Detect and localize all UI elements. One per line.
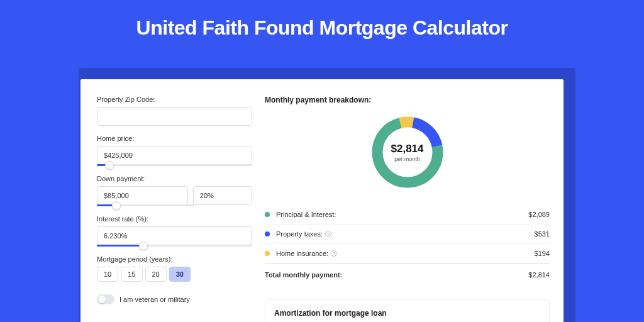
down-label: Down payment: bbox=[97, 175, 252, 182]
legend-dot-icon bbox=[265, 212, 270, 217]
legend-label: Home insurance:? bbox=[276, 250, 535, 257]
period-field: Mortgage period (years): 10152030 bbox=[97, 255, 252, 282]
legend-value: $194 bbox=[535, 250, 550, 257]
donut-chart: $2,814 per month bbox=[265, 113, 550, 191]
period-button-30[interactable]: 30 bbox=[169, 267, 191, 282]
legend-dot-icon bbox=[265, 231, 270, 236]
page-title: United Faith Found Mortgage Calculator bbox=[0, 0, 644, 40]
legend-row: Home insurance:?$194 bbox=[265, 244, 550, 264]
legend-label: Principal & Interest: bbox=[276, 211, 528, 218]
period-label: Mortgage period (years): bbox=[97, 255, 252, 263]
period-button-20[interactable]: 20 bbox=[145, 267, 167, 282]
price-field: Home price: bbox=[97, 135, 252, 166]
amortization-heading: Amortization for mortgage loan bbox=[274, 309, 540, 318]
zip-label: Property Zip Code: bbox=[97, 96, 252, 103]
legend-row: Principal & Interest:$2,089 bbox=[265, 205, 550, 225]
price-label: Home price: bbox=[97, 135, 252, 142]
zip-input[interactable] bbox=[97, 107, 252, 126]
period-button-10[interactable]: 10 bbox=[97, 267, 118, 282]
help-icon[interactable]: ? bbox=[331, 250, 337, 257]
legend-label: Property taxes:? bbox=[276, 230, 535, 238]
legend-value: $531 bbox=[535, 230, 550, 238]
slider-thumb[interactable] bbox=[105, 161, 114, 170]
down-percent-input[interactable] bbox=[193, 186, 252, 205]
slider-thumb[interactable] bbox=[112, 201, 121, 210]
donut-subtext: per month bbox=[394, 156, 420, 162]
calculator-card: Property Zip Code: Home price: Down paym… bbox=[80, 79, 564, 322]
total-row: Total monthly payment: $2,814 bbox=[265, 264, 550, 284]
rate-input[interactable] bbox=[97, 226, 252, 245]
legend-value: $2,089 bbox=[528, 211, 550, 218]
amortization-block: Amortization for mortgage loan Amortizat… bbox=[265, 299, 550, 322]
inputs-column: Property Zip Code: Home price: Down paym… bbox=[80, 79, 260, 322]
legend-dot-icon bbox=[265, 251, 270, 256]
rate-field: Interest rate (%): bbox=[97, 215, 252, 247]
legend-row: Property taxes:?$531 bbox=[265, 225, 550, 244]
total-label: Total monthly payment: bbox=[265, 271, 528, 279]
rate-slider[interactable] bbox=[97, 245, 252, 247]
rate-label: Interest rate (%): bbox=[97, 215, 252, 223]
period-button-15[interactable]: 15 bbox=[121, 267, 142, 282]
breakdown-column: Monthly payment breakdown: $2,814 per mo… bbox=[260, 79, 564, 322]
down-amount-input[interactable] bbox=[97, 186, 188, 205]
veteran-toggle-row: I am veteran or military bbox=[97, 294, 252, 304]
help-icon[interactable]: ? bbox=[325, 231, 331, 237]
price-slider[interactable] bbox=[97, 164, 252, 166]
veteran-label: I am veteran or military bbox=[119, 296, 190, 303]
down-field: Down payment: bbox=[97, 175, 252, 206]
zip-field: Property Zip Code: bbox=[97, 96, 252, 126]
slider-thumb[interactable] bbox=[139, 242, 148, 250]
donut-value: $2,814 bbox=[391, 143, 424, 155]
breakdown-heading: Monthly payment breakdown: bbox=[265, 96, 550, 104]
price-input[interactable] bbox=[97, 146, 252, 165]
veteran-toggle[interactable] bbox=[97, 294, 114, 304]
down-slider[interactable] bbox=[97, 204, 195, 206]
total-value: $2,814 bbox=[528, 271, 550, 279]
